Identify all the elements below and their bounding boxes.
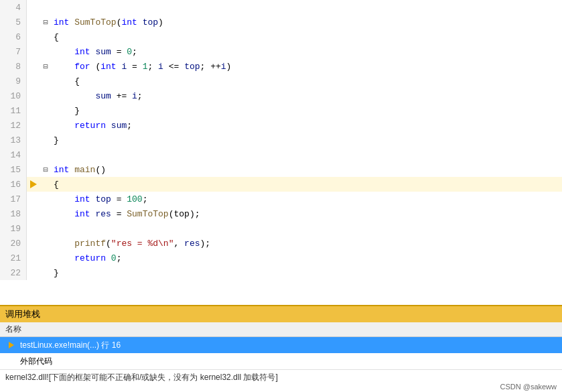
line-number: 4 xyxy=(0,0,27,15)
code-content: int top = 100; xyxy=(51,194,562,204)
code-line-17: 17 int top = 100; xyxy=(0,192,562,206)
panel-table-header: 名称 xyxy=(0,322,562,337)
line-number: 15 xyxy=(0,162,27,177)
code-line-13: 13} xyxy=(0,133,562,147)
line-number: 13 xyxy=(0,133,27,147)
line-number: 18 xyxy=(0,206,27,221)
code-editor: 45⊟int SumToTop(int top)6{7 int sum = 0;… xyxy=(0,0,562,305)
code-line-11: 11 } xyxy=(0,103,562,118)
code-line-20: 20 printf("res = %d\n", res); xyxy=(0,236,562,251)
callstack-row-1[interactable]: 外部代码 xyxy=(0,353,562,369)
code-line-10: 10 sum += i; xyxy=(0,88,562,103)
bottom-panel: 调用堆栈 名称 testLinux.exe!main(...) 行 16外部代码… xyxy=(0,305,562,392)
panel-header: 调用堆栈 xyxy=(0,306,562,322)
callstack-label: testLinux.exe!main(...) 行 16 xyxy=(20,340,121,351)
line-number: 5 xyxy=(0,15,27,29)
code-content: return sum; xyxy=(51,121,562,131)
line-number: 7 xyxy=(0,44,27,59)
line-number: 16 xyxy=(0,177,27,192)
status-text: kernel32.dll![下面的框架可能不正确和/或缺失，没有为 kernel… xyxy=(5,373,278,382)
code-line-6: 6{ xyxy=(0,29,562,44)
code-line-16: 16{ xyxy=(0,177,562,192)
code-line-5: 5⊟int SumToTop(int top) xyxy=(0,15,562,29)
fold-indicator[interactable]: ⊟ xyxy=(40,165,51,175)
line-number: 6 xyxy=(0,29,27,44)
line-number: 17 xyxy=(0,192,27,206)
fold-indicator[interactable]: ⊟ xyxy=(40,17,51,27)
code-content: } xyxy=(51,106,562,116)
code-content: int sum = 0; xyxy=(51,47,562,57)
code-line-14: 14 xyxy=(0,147,562,162)
code-line-19: 19 xyxy=(0,221,562,236)
code-content: { xyxy=(51,32,562,42)
code-line-4: 4 xyxy=(0,0,562,15)
code-content: sum += i; xyxy=(51,91,562,101)
panel-table: 名称 testLinux.exe!main(...) 行 16外部代码 kern… xyxy=(0,322,562,392)
watermark: CSDN @sakeww xyxy=(494,381,562,392)
code-content: { xyxy=(51,180,562,190)
line-number: 21 xyxy=(0,251,27,265)
code-line-22: 22} xyxy=(0,265,562,280)
code-line-7: 7 int sum = 0; xyxy=(0,44,562,59)
code-content: int SumToTop(int top) xyxy=(51,17,562,27)
line-number: 10 xyxy=(0,88,27,103)
panel-status: kernel32.dll![下面的框架可能不正确和/或缺失，没有为 kernel… xyxy=(0,369,562,385)
panel-rows: testLinux.exe!main(...) 行 16外部代码 xyxy=(0,337,562,369)
callstack-arrow-icon xyxy=(5,355,17,367)
line-number: 22 xyxy=(0,265,27,280)
code-content: int res = SumToTop(top); xyxy=(51,209,562,219)
code-content: printf("res = %d\n", res); xyxy=(51,239,562,249)
code-content: for (int i = 1; i <= top; ++i) xyxy=(51,62,562,72)
panel-title: 调用堆栈 xyxy=(5,308,40,320)
line-number: 19 xyxy=(0,221,27,236)
debug-arrow-icon xyxy=(27,180,40,188)
code-line-12: 12 return sum; xyxy=(0,118,562,133)
code-line-18: 18 int res = SumToTop(top); xyxy=(0,206,562,221)
line-number: 20 xyxy=(0,236,27,251)
line-number: 8 xyxy=(0,59,27,74)
code-content: } xyxy=(51,135,562,145)
line-number: 12 xyxy=(0,118,27,133)
line-number: 14 xyxy=(0,147,27,162)
editor-container: 45⊟int SumToTop(int top)6{7 int sum = 0;… xyxy=(0,0,562,392)
code-content: { xyxy=(51,76,562,86)
code-line-15: 15⊟int main() xyxy=(0,162,562,177)
code-content: } xyxy=(51,268,562,278)
code-line-21: 21 return 0; xyxy=(0,251,562,265)
code-lines: 45⊟int SumToTop(int top)6{7 int sum = 0;… xyxy=(0,0,562,305)
callstack-arrow-icon xyxy=(5,339,17,351)
code-line-9: 9 { xyxy=(0,74,562,88)
callstack-row-0[interactable]: testLinux.exe!main(...) 行 16 xyxy=(0,337,562,353)
code-content: return 0; xyxy=(51,253,562,263)
line-number: 9 xyxy=(0,74,27,88)
callstack-label: 外部代码 xyxy=(20,356,52,367)
code-content: int main() xyxy=(51,165,562,175)
fold-indicator[interactable]: ⊟ xyxy=(40,62,51,72)
code-line-8: 8⊟ for (int i = 1; i <= top; ++i) xyxy=(0,59,562,74)
line-number: 11 xyxy=(0,103,27,118)
table-col-name: 名称 xyxy=(5,324,21,335)
